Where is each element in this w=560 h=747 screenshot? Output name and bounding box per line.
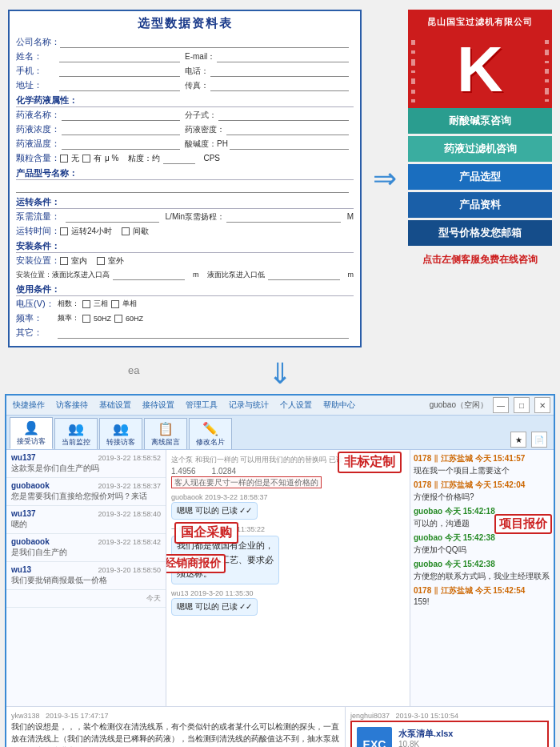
- toolbar-item-6[interactable]: 个人设置: [277, 399, 315, 412]
- agent-tab-3[interactable]: 📋 离线留言: [144, 418, 187, 449]
- orange-msg-2: 0178 ‖ 江苏盐城 今天 15:42:04: [414, 480, 550, 491]
- toolbar-item-1[interactable]: 访客接待: [53, 399, 91, 412]
- toolbar-item-5[interactable]: 记录与统计: [226, 399, 272, 412]
- toolbar-item-3[interactable]: 接待设置: [139, 399, 178, 412]
- name-email-row: 姓名： E-mail：: [16, 50, 354, 62]
- menu-btn-2[interactable]: 药液过滤机咨询: [408, 136, 552, 162]
- recommend-btn[interactable]: 📄: [531, 432, 547, 448]
- menu-btn-4[interactable]: 产品资料: [408, 192, 552, 218]
- menu-btn-5[interactable]: 型号价格发您邮箱: [408, 220, 552, 246]
- drug-name-label: 药液名称：: [16, 109, 60, 121]
- company-field[interactable]: [60, 37, 349, 48]
- close-btn[interactable]: ✕: [534, 397, 550, 413]
- list-item[interactable]: wu13 2019-3-20 18:58:50 我们要批销商报最低一价格: [6, 562, 166, 590]
- email-half: E-mail：: [185, 51, 354, 62]
- barcode-left: [410, 34, 417, 108]
- tel-field[interactable]: [210, 66, 349, 77]
- freq-label: 频率：: [58, 313, 79, 323]
- install-row: 安装位置： 液面比泵进入口高 m 液面比泵进入口低 m: [16, 269, 354, 280]
- flow-field[interactable]: [66, 211, 159, 223]
- temp-half: 药液温度：: [16, 138, 185, 150]
- name-half: 姓名：: [16, 50, 185, 62]
- list-item[interactable]: wu137 2019-3-22 18:58:52 这款泵是你们自生产的吗: [6, 450, 166, 478]
- single-phase-cb[interactable]: [111, 300, 119, 308]
- toolbar-item-2[interactable]: 基础设置: [96, 399, 134, 412]
- time-checkboxes: 运转24小时 间歇: [60, 226, 149, 237]
- address-field[interactable]: [59, 80, 180, 91]
- other-field[interactable]: [58, 327, 349, 339]
- highlight-msg: 客人现在要尺寸一样的但是不知道价格的: [171, 476, 322, 488]
- chat-time: 2019-3-22 18:58:42: [98, 538, 161, 546]
- toolbar-item-4[interactable]: 管理工具: [182, 399, 221, 412]
- time-24h-cb[interactable]: [60, 227, 68, 235]
- chat-user-name: wu137: [11, 453, 36, 462]
- msg-header: wu13 2019-3-20 11:35:30: [171, 589, 405, 597]
- msg-row: wu13 2019-3-20 11:35:30 嗯嗯 可以的 已读 ✓✓: [171, 589, 405, 616]
- temp-field[interactable]: [62, 139, 180, 150]
- orange-body-2: 方便报个价格吗?: [414, 492, 550, 503]
- agent-icon-0: 👤: [23, 420, 39, 436]
- inlet-label: 液面比泵进入口高: [52, 270, 110, 280]
- ph-field[interactable]: [230, 139, 349, 150]
- chat-bottom-left: 水泵定制方案 ykw3138 2019-3-15 17:47:17 我们的设想是…: [6, 707, 346, 747]
- menu-btn-3[interactable]: 产品选型: [408, 164, 552, 190]
- phone-tel-row: 手机： 电话：: [16, 65, 354, 77]
- chat-time: 今天: [146, 593, 161, 604]
- chat-toolbar-right: guobao（空闲） — □ ✕: [430, 397, 550, 413]
- star-btn[interactable]: ★: [510, 432, 526, 448]
- barcode-right: [543, 34, 550, 108]
- outlet-unit: m: [348, 271, 354, 279]
- product-field[interactable]: [16, 182, 349, 193]
- orange-body-3: 159!: [414, 597, 550, 606]
- email-field[interactable]: [217, 51, 349, 62]
- indoor-cb[interactable]: [60, 257, 68, 265]
- menu-btn-1[interactable]: 耐酸碱泵咨询: [408, 108, 552, 134]
- 60hz-cb[interactable]: [114, 315, 122, 323]
- list-item[interactable]: 今天: [6, 590, 166, 608]
- list-item[interactable]: guobaook 2019-3-22 18:58:37 您是需要我们直接给您报价…: [6, 478, 166, 506]
- chat-bottom-user: ykw3138 2019-3-15 17:47:17: [11, 712, 340, 720]
- agent-tab-2[interactable]: 👥 转接访客: [99, 418, 142, 449]
- minimize-btn[interactable]: —: [493, 397, 509, 413]
- toolbar-item-0[interactable]: 快捷操作: [10, 399, 48, 412]
- agent-label-1: 当前监控: [62, 437, 90, 448]
- product-field-row: [16, 182, 354, 193]
- green-body-3: 方便您的联系方式吗，我业主经理联系: [414, 571, 550, 582]
- inlet-field[interactable]: [113, 269, 185, 280]
- name-field[interactable]: [59, 51, 180, 62]
- agent-tab-1[interactable]: 👥 当前监控: [54, 418, 98, 449]
- conc-field[interactable]: [62, 124, 180, 135]
- phone-label: 手机：: [16, 65, 58, 77]
- ph-half: 酸碱度：PH: [185, 139, 354, 150]
- chat-br-user: jenghui8037 2019-3-10 15:10:54: [350, 712, 549, 720]
- density-half: 药液密度：: [185, 124, 354, 135]
- density-field[interactable]: [226, 124, 349, 135]
- 50hz-cb[interactable]: [82, 315, 90, 323]
- chat-user-status: guobao（空闲）: [430, 400, 488, 411]
- particle-no-cb[interactable]: [60, 155, 68, 163]
- list-item[interactable]: wu137 2019-3-22 18:58:40 嗯的: [6, 506, 166, 534]
- agent-tab-0[interactable]: 👤 接受访客: [10, 417, 53, 449]
- head-field[interactable]: [226, 211, 341, 223]
- agent-label-4: 修改名片: [196, 437, 225, 448]
- outlet-field[interactable]: [268, 269, 340, 280]
- msg-bubble: 嗯嗯 可以的 已读 ✓✓: [171, 598, 258, 616]
- maximize-btn[interactable]: □: [514, 397, 530, 413]
- three-phase-cb[interactable]: [82, 300, 90, 308]
- mol-field[interactable]: [218, 110, 349, 121]
- head-label: 泵需扬程：: [185, 211, 225, 223]
- fax-field[interactable]: [210, 80, 349, 91]
- company-name: 昆山国宝过滤机有限公司: [427, 16, 533, 28]
- viscosity-field[interactable]: [163, 153, 195, 164]
- time-intermit-cb[interactable]: [122, 227, 130, 235]
- phone-field[interactable]: [59, 66, 180, 77]
- particle-yes-cb[interactable]: [82, 155, 90, 163]
- file-card: EXC 水泵清单.xlsx 10.8K 预览 打开文件夹: [350, 721, 549, 747]
- agent-tab-4[interactable]: ✏️ 修改名片: [189, 418, 232, 449]
- toolbar-item-7[interactable]: 帮助中心: [320, 399, 358, 412]
- drug-name-field[interactable]: [62, 110, 180, 121]
- list-item[interactable]: guobaook 2019-3-22 18:58:42 是我们自生产的: [6, 534, 166, 562]
- outdoor-cb[interactable]: [97, 257, 105, 265]
- address-label: 地址：: [16, 79, 58, 91]
- agent-label-0: 接受访客: [17, 436, 46, 447]
